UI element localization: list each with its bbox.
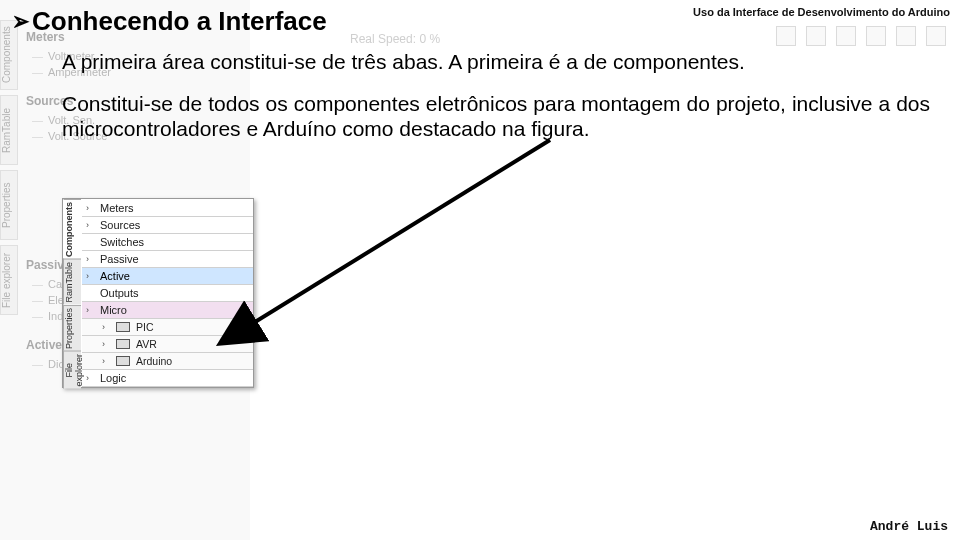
bg-tab: File explorer — [0, 245, 18, 315]
components-list: ›Meters ›Sources Switches ›Passive ›Acti… — [82, 199, 253, 387]
chip-icon — [116, 322, 130, 332]
chevron-right-icon: › — [86, 203, 94, 213]
inset-tabs: Components RamTable Properties File expl… — [63, 199, 81, 387]
list-item[interactable]: ›Passive — [82, 250, 253, 267]
tab-file-explorer[interactable]: File explorer — [63, 351, 81, 389]
chevron-right-icon: › — [86, 373, 94, 383]
list-item-label: Passive — [100, 253, 139, 265]
list-item-avr[interactable]: ›AVR — [82, 335, 253, 352]
svg-line-1 — [250, 140, 550, 325]
chip-icon — [116, 356, 130, 366]
slide-footer-author: André Luis — [870, 519, 948, 534]
chevron-right-icon: › — [86, 254, 94, 264]
list-item-label: Active — [100, 270, 130, 282]
tab-components[interactable]: Components — [63, 199, 81, 259]
list-item-label: Switches — [100, 236, 144, 248]
list-item[interactable]: ›Logic — [82, 369, 253, 386]
bg-toolbar-icon — [836, 26, 856, 46]
pointer-arrow-icon — [210, 130, 570, 350]
list-item[interactable]: Switches — [82, 233, 253, 250]
list-item-label: Outputs — [100, 287, 139, 299]
list-item-label: Micro — [100, 304, 127, 316]
components-panel-inset: Components RamTable Properties File expl… — [62, 198, 254, 388]
list-item-arduino[interactable]: ›Arduino — [82, 352, 253, 369]
bg-tab: RamTable — [0, 95, 18, 165]
list-item-label: Sources — [100, 219, 140, 231]
list-item-active[interactable]: ›Active — [82, 267, 253, 284]
list-item-label: Logic — [100, 372, 126, 384]
list-item-micro[interactable]: ›Micro — [82, 301, 253, 318]
bg-toolbar-icon — [806, 26, 826, 46]
list-item[interactable]: ›Meters — [82, 199, 253, 216]
list-item[interactable]: Outputs — [82, 284, 253, 301]
list-item-pic[interactable]: ›PIC — [82, 318, 253, 335]
list-item-label: PIC — [136, 321, 154, 333]
list-item[interactable]: ›Sources — [82, 216, 253, 233]
bg-toolbar-icon — [776, 26, 796, 46]
bg-toolbar-icon — [866, 26, 886, 46]
list-item[interactable]: ›Other — [82, 386, 253, 387]
slide-title: ➢Conhecendo a Interface — [10, 6, 327, 37]
chevron-right-icon: › — [86, 305, 94, 315]
bg-toolbar-icon — [896, 26, 916, 46]
list-item-label: Meters — [100, 202, 134, 214]
bg-speed-label: Real Speed: 0 % — [350, 32, 440, 46]
bg-toolbar-icon — [926, 26, 946, 46]
chevron-right-icon: › — [102, 322, 110, 332]
bg-tab: Properties — [0, 170, 18, 240]
list-item-label: Arduino — [136, 355, 172, 367]
chip-icon — [116, 339, 130, 349]
tab-ramtable[interactable]: RamTable — [63, 259, 81, 305]
chevron-right-icon: ➢ — [12, 6, 30, 37]
slide-header-right: Uso da Interface de Desenvolvimento do A… — [693, 6, 950, 18]
slide-title-text: Conhecendo a Interface — [32, 6, 327, 36]
chevron-right-icon: › — [86, 271, 94, 281]
chevron-right-icon: › — [102, 356, 110, 366]
list-item-label: AVR — [136, 338, 157, 350]
chevron-right-icon: › — [86, 220, 94, 230]
chevron-right-icon: › — [102, 339, 110, 349]
paragraph-2: Constitui-se de todos os componentes ele… — [62, 92, 930, 142]
paragraph-1: A primeira área constitui-se de três aba… — [62, 50, 930, 75]
tab-properties[interactable]: Properties — [63, 305, 81, 351]
